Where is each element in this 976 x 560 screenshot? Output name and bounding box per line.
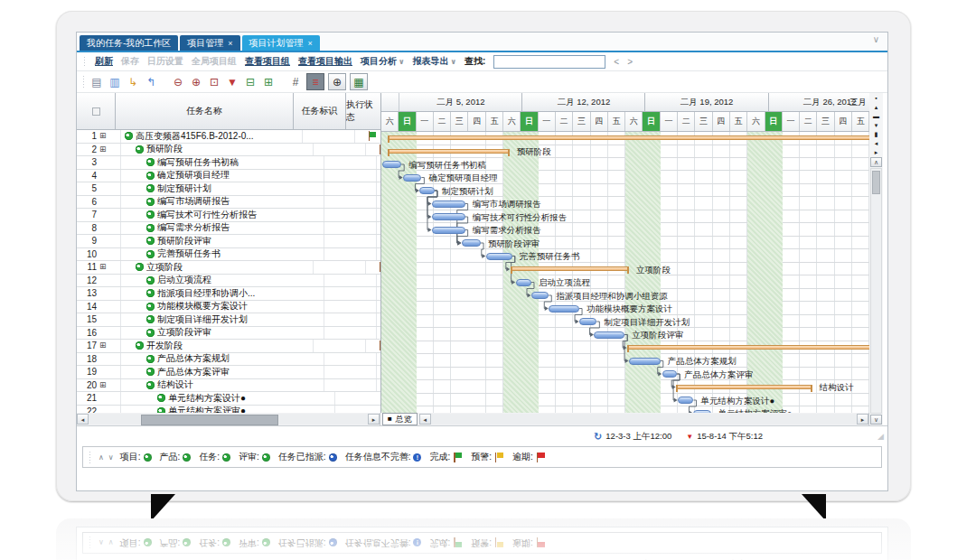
table-row[interactable]: 14功能模块概要方案设计 bbox=[77, 301, 380, 314]
task-exec-cell[interactable] bbox=[377, 196, 380, 209]
zoom-out-icon[interactable]: ⊖ bbox=[171, 75, 185, 89]
table-row[interactable]: 2⊞预研阶段 bbox=[77, 144, 380, 157]
task-id-cell[interactable] bbox=[324, 301, 377, 313]
task-id-cell[interactable] bbox=[335, 406, 380, 414]
overview-chip[interactable]: ■ 总览 bbox=[382, 413, 418, 425]
expander-icon[interactable]: ⊞ bbox=[99, 145, 107, 154]
task-exec-cell[interactable] bbox=[366, 261, 380, 274]
vscroll-thumb[interactable] bbox=[872, 171, 880, 194]
legend-collapse-icon[interactable]: ∧ bbox=[99, 453, 104, 462]
columns-icon[interactable]: # bbox=[288, 75, 303, 89]
task-exec-cell[interactable] bbox=[377, 379, 380, 392]
gantt-tool-icon[interactable]: ▸ bbox=[875, 148, 878, 157]
outdent-task-icon[interactable]: ↰ bbox=[144, 75, 158, 89]
table-row[interactable]: 7编写技术可行性分析报告 bbox=[77, 209, 380, 222]
task-name-cell[interactable]: 结构设计 bbox=[121, 379, 324, 392]
column-header[interactable]: 任务标识 bbox=[294, 93, 346, 130]
task-id-cell[interactable] bbox=[324, 313, 377, 326]
table-hscroll-track[interactable] bbox=[89, 414, 368, 425]
task-id-cell[interactable] bbox=[324, 170, 377, 182]
menu-link[interactable]: 查看项目输出 bbox=[298, 55, 352, 68]
table-row[interactable]: 12启动立项流程 bbox=[77, 275, 380, 288]
summary-bar[interactable] bbox=[388, 135, 869, 140]
task-bar[interactable] bbox=[462, 239, 481, 247]
table-row[interactable]: 4确定预研项目经理 bbox=[77, 170, 380, 183]
search-input[interactable] bbox=[493, 55, 605, 69]
task-name-cell[interactable]: 单元结构方案设计● bbox=[121, 392, 335, 405]
task-name-cell[interactable]: 确定预研项目经理 bbox=[121, 170, 324, 182]
task-id-cell[interactable] bbox=[314, 261, 366, 274]
task-bar[interactable] bbox=[432, 201, 465, 208]
scroll-right-icon[interactable]: ▸ bbox=[368, 414, 380, 425]
table-hscroll-thumb[interactable] bbox=[141, 415, 278, 425]
task-name-cell[interactable]: 立项阶段 bbox=[121, 261, 314, 274]
summary-bar[interactable] bbox=[511, 266, 629, 271]
task-exec-cell[interactable] bbox=[377, 313, 380, 326]
expander-icon[interactable]: ⊞ bbox=[99, 263, 107, 271]
task-exec-cell[interactable] bbox=[377, 170, 380, 182]
table-row[interactable]: 1⊞高压变频器415F6.B-2012-0... bbox=[77, 130, 380, 144]
collapse-all-icon[interactable]: ⊟ bbox=[243, 75, 258, 89]
gantt-tool-icon[interactable]: ▪ bbox=[875, 94, 877, 103]
column-header[interactable]: 任务名称 bbox=[116, 93, 294, 130]
menu-link[interactable]: 报表导出∨ bbox=[413, 55, 457, 68]
task-name-cell[interactable]: 指派项目经理和协调小... bbox=[121, 287, 324, 300]
task-exec-cell[interactable] bbox=[377, 222, 380, 235]
table-row[interactable]: 11⊞立项阶段 bbox=[77, 261, 380, 275]
task-id-cell[interactable] bbox=[324, 196, 377, 209]
task-name-cell[interactable]: 开发阶段 bbox=[121, 340, 314, 352]
task-bar[interactable] bbox=[516, 279, 531, 286]
expander-icon[interactable]: ⊞ bbox=[99, 341, 107, 350]
task-id-cell[interactable] bbox=[324, 209, 377, 221]
legend-expand-icon[interactable]: ∨ bbox=[108, 453, 114, 462]
task-bar[interactable] bbox=[432, 227, 465, 234]
table-row[interactable]: 10完善预研任务书 bbox=[77, 248, 380, 262]
table-row[interactable]: 3编写预研任务书初稿 bbox=[77, 156, 380, 170]
table-row[interactable]: 18产品总体方案规划 bbox=[77, 353, 380, 367]
task-bar[interactable] bbox=[693, 410, 710, 414]
gantt-hscrollbar[interactable]: ◂ ▸ bbox=[419, 413, 868, 425]
task-bar[interactable] bbox=[678, 397, 693, 404]
task-id-cell[interactable] bbox=[303, 130, 355, 143]
task-exec-cell[interactable] bbox=[377, 156, 380, 169]
toolbar-drag-grip[interactable] bbox=[82, 75, 85, 89]
task-bar[interactable] bbox=[579, 318, 596, 325]
print-icon[interactable]: ▤ bbox=[89, 75, 104, 89]
task-exec-cell[interactable] bbox=[377, 287, 380, 300]
task-exec-cell[interactable] bbox=[377, 248, 380, 261]
summary-bar[interactable] bbox=[627, 345, 869, 350]
task-bar[interactable] bbox=[531, 292, 549, 299]
search-next-icon[interactable]: > bbox=[627, 57, 633, 67]
task-name-cell[interactable]: 预研阶段评审 bbox=[121, 235, 324, 247]
expander-icon[interactable]: ⊞ bbox=[99, 132, 107, 140]
summary-bar[interactable] bbox=[676, 385, 812, 389]
table-row[interactable]: 13指派项目经理和协调小... bbox=[77, 287, 380, 301]
gantt-tool-icon[interactable]: ▾ bbox=[875, 121, 878, 130]
task-bar[interactable] bbox=[594, 331, 624, 339]
indent-task-icon[interactable]: ↳ bbox=[126, 75, 140, 89]
task-id-cell[interactable] bbox=[324, 353, 377, 366]
task-exec-cell[interactable] bbox=[366, 340, 380, 352]
task-name-cell[interactable]: 制定预研计划 bbox=[121, 182, 324, 195]
task-name-cell[interactable]: 立项阶段评审 bbox=[121, 327, 324, 340]
task-bar[interactable] bbox=[629, 358, 661, 365]
search-prev-icon[interactable]: < bbox=[614, 57, 619, 67]
overview-toggle[interactable]: ▦ bbox=[350, 73, 368, 90]
table-row[interactable]: 15制定项目详细开发计划 bbox=[77, 313, 380, 327]
task-id-cell[interactable] bbox=[324, 182, 377, 195]
task-id-cell[interactable] bbox=[324, 287, 377, 300]
task-exec-cell[interactable] bbox=[377, 235, 380, 247]
gantt-tool-icon[interactable]: ▴ bbox=[875, 103, 878, 112]
gantt-hscroll-track[interactable] bbox=[431, 414, 857, 425]
gantt-tool-icon[interactable]: ▮ bbox=[875, 130, 878, 139]
task-name-cell[interactable]: 编写市场调研报告 bbox=[121, 196, 324, 209]
task-exec-cell[interactable] bbox=[377, 209, 380, 221]
select-all-box[interactable] bbox=[92, 107, 100, 116]
vscroll-track[interactable] bbox=[870, 168, 882, 414]
gantt-scroll-right-icon[interactable]: ▸ bbox=[857, 414, 868, 425]
task-name-cell[interactable]: 产品总体方案评审 bbox=[121, 366, 324, 378]
gantt-tool-icon[interactable]: ▬ bbox=[873, 112, 879, 121]
task-exec-cell[interactable] bbox=[377, 275, 380, 287]
task-bar[interactable] bbox=[403, 174, 421, 182]
tab-close-icon[interactable]: × bbox=[308, 39, 313, 48]
